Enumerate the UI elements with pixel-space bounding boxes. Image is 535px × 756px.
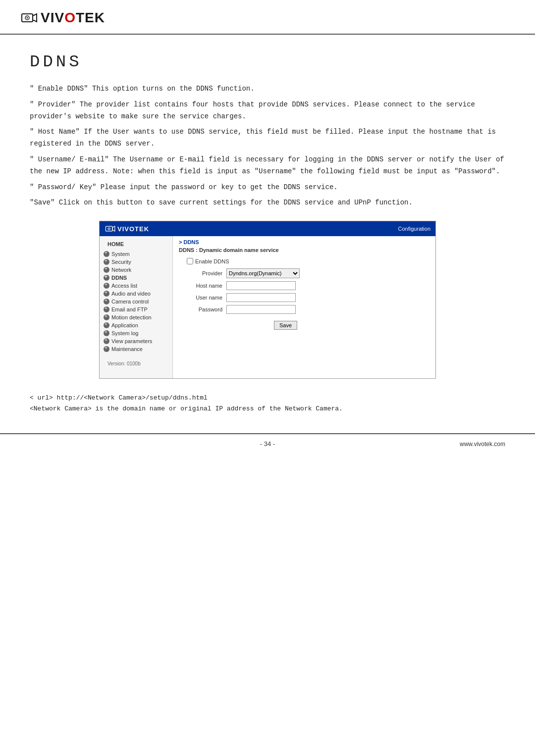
sidebar-item-system-log[interactable]: System log [100,329,172,337]
sidebar-item-system[interactable]: System [100,250,172,258]
sidebar-icon-application [104,322,109,328]
panel-main: > DDNS DDNS : Dynamic domain name servic… [173,236,435,378]
desc-hostname: " Host Name" If the User wants to use DD… [30,126,505,150]
sidebar-home[interactable]: HOME [100,239,172,249]
sidebar: HOME System Security Network DDNS [100,236,173,378]
sidebar-item-network[interactable]: Network [100,266,172,274]
provider-row: Provider Dyndns.org(Dynamic) [187,268,429,278]
sidebar-label-motion-detection: Motion detection [111,314,152,320]
vivotek-camera-icon [20,9,38,27]
sidebar-label-ddns: DDNS [111,275,127,281]
desc-password: " Password/ Key" Please input the passwo… [30,182,505,194]
hostname-row: Host name [187,281,429,290]
sidebar-label-view-parameters: View parameters [111,338,152,344]
screenshot-body: HOME System Security Network DDNS [100,236,435,378]
sidebar-label-security: Security [111,259,131,265]
sidebar-icon-maintenance [104,346,109,352]
screenshot-logo: VIVOTEK [105,223,149,234]
ddns-form: Enable DDNS Provider Dyndns.org(Dynamic)… [179,258,429,330]
provider-label: Provider [187,270,226,276]
screenshot-camera-icon [105,223,115,234]
breadcrumb: > DDNS [179,239,429,245]
password-row: Password [187,305,429,314]
desc-enable: " Enable DDNS" This option turns on the … [30,83,505,95]
desc-save: "Save" Click on this button to save curr… [30,197,505,209]
sidebar-item-view-parameters[interactable]: View parameters [100,337,172,345]
screenshot-header: VIVOTEK Configuration [100,221,435,236]
sidebar-icon-ddns [104,275,109,281]
sidebar-label-system-log: System log [111,330,138,336]
screenshot-box: VIVOTEK Configuration HOME System Securi… [99,221,436,379]
brand-name-text: VIVOTEK [41,10,105,26]
username-label: User name [187,295,226,301]
save-button[interactable]: Save [274,321,297,330]
main-content: DDNS " Enable DDNS" This option turns on… [0,35,535,433]
sidebar-label-network: Network [111,267,131,273]
password-input[interactable] [226,305,296,314]
sidebar-label-camera-control: Camera control [111,299,149,304]
desc-username: " Username/ E-mail" The Username or E-ma… [30,154,505,178]
username-input[interactable] [226,293,296,302]
page-title: DDNS [30,52,505,71]
sidebar-item-audio-video[interactable]: Audio and video [100,290,172,298]
screenshot-brand: VIVOTEK [117,225,149,233]
password-label: Password [187,306,226,312]
website-url: www.vivotek.com [460,441,505,448]
desc-provider: " Provider" The provider list contains f… [30,99,505,123]
username-row: User name [187,293,429,302]
sidebar-item-motion-detection[interactable]: Motion detection [100,313,172,321]
sidebar-icon-system [104,251,109,257]
page-number: - 34 - [188,440,347,448]
sidebar-icon-security [104,259,109,265]
panel-subtitle: DDNS : Dynamic domain name service [179,247,429,253]
svg-point-7 [108,228,109,229]
page-footer: - 34 - www.vivotek.com [0,433,535,453]
description-block: " Enable DDNS" This option turns on the … [30,83,505,209]
svg-marker-5 [112,226,115,231]
svg-marker-1 [33,14,37,22]
sidebar-icon-camera-control [104,299,109,304]
sidebar-item-ddns[interactable]: DDNS [100,274,172,282]
config-label: Configuration [398,226,430,232]
sidebar-label-access-list: Access list [111,283,137,289]
url-line-2: <Network Camera> is the domain name or o… [30,403,505,414]
sidebar-label-audio-video: Audio and video [111,291,151,297]
sidebar-version: Version: 0100b [100,353,172,368]
page-header: VIVOTEK [0,0,535,35]
sidebar-icon-system-log [104,330,109,336]
logo: VIVOTEK [20,9,515,27]
url-block: < url> http://<Network Camera>/setup/ddn… [30,393,505,414]
url-line-1: < url> http://<Network Camera>/setup/ddn… [30,393,505,403]
sidebar-item-application[interactable]: Application [100,321,172,329]
sidebar-icon-email-ftp [104,306,109,312]
sidebar-icon-audio-video [104,291,109,297]
sidebar-item-maintenance[interactable]: Maintenance [100,345,172,353]
sidebar-label-email-ftp: Email and FTP [111,306,148,312]
sidebar-item-security[interactable]: Security [100,258,172,266]
sidebar-item-email-ftp[interactable]: Email and FTP [100,305,172,313]
enable-ddns-row: Enable DDNS [187,258,429,264]
sidebar-icon-motion-detection [104,314,109,320]
enable-ddns-checkbox[interactable] [187,258,193,264]
hostname-label: Host name [187,283,226,289]
provider-select[interactable]: Dyndns.org(Dynamic) [226,268,300,278]
sidebar-label-system: System [111,251,130,257]
sidebar-item-access-list[interactable]: Access list [100,282,172,290]
sidebar-icon-view-parameters [104,338,109,344]
sidebar-icon-access-list [104,283,109,289]
sidebar-label-application: Application [111,322,138,328]
hostname-input[interactable] [226,281,296,290]
sidebar-item-camera-control[interactable]: Camera control [100,298,172,305]
sidebar-icon-network [104,267,109,273]
svg-point-3 [27,17,28,19]
enable-ddns-label: Enable DDNS [195,258,229,264]
sidebar-label-maintenance: Maintenance [111,346,143,352]
